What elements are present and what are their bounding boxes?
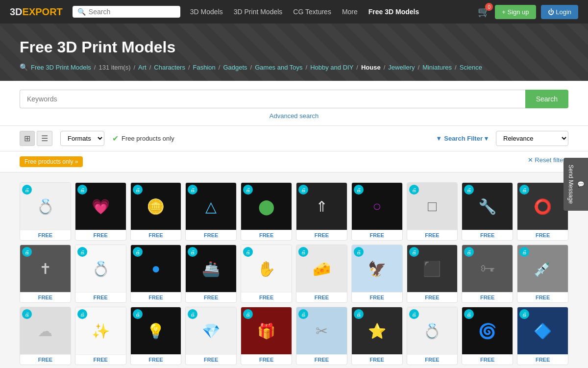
product-card[interactable]: 🖨 🚢 FREE [185,245,237,303]
product-card[interactable]: 🖨 ○ FREE [351,182,403,241]
header-search-box[interactable]: 🔍 [73,6,180,18]
product-card[interactable]: 🖨 🔧 FREE [462,182,513,241]
grid-view-button[interactable]: ⊞ [20,131,35,146]
product-card[interactable]: 🖨 ⭐ FREE [351,307,403,365]
sort-select[interactable]: Relevance Newest Price: Low to High Pric… [496,131,568,146]
product-card[interactable]: 🖨 💉 FREE [517,245,568,303]
header-right: 🛒 0 + Sign up ⏻ Login [478,5,578,19]
product-card[interactable]: 🖨 🧀 FREE [296,245,347,303]
send-message-widget[interactable]: 💬 Send Message [564,157,588,210]
print-badge: 🖨 [77,185,87,195]
product-card[interactable]: 🖨 ✂ FREE [296,307,347,365]
cat-gadgets[interactable]: Gadgets [223,64,247,71]
product-card[interactable]: 🖨 ● FREE [130,245,182,303]
product-card[interactable]: 🖨 🎁 FREE [241,307,292,365]
search-button[interactable]: Search [525,90,568,108]
item-count: 131 item(s) [98,64,130,71]
product-card[interactable]: 🖨 🔷 FREE [517,307,568,365]
product-price-label: FREE [186,292,236,302]
view-toggle: ⊞ ☰ [20,131,52,146]
product-card[interactable]: 🖨 💍 FREE [407,307,458,365]
product-card[interactable]: 🖨 △ FREE [185,182,237,241]
breadcrumb: 🔍 Free 3D Print Models / 131 item(s) / A… [20,63,568,71]
print-badge: 🖨 [354,247,364,257]
product-card[interactable]: 🖨 💡 FREE [130,307,182,365]
product-price-label: FREE [75,230,126,240]
search-filter-button[interactable]: ▼ Search Filter ▾ [436,135,488,142]
product-grid: 🖨 💍 FREE 🖨 💗 FREE 🖨 🪙 FREE 🖨 △ FREE 🖨 ⬤ … [20,182,568,365]
product-price-label: FREE [241,354,292,365]
chevron-down-icon: ▾ [485,135,488,142]
cart-badge: 0 [485,3,493,11]
cat-science[interactable]: Science [460,64,482,71]
cat-art[interactable]: Art [138,64,147,71]
product-card[interactable]: 🖨 🦅 FREE [351,245,403,303]
nav-free-3d-models[interactable]: Free 3D Models [368,8,419,16]
nav-more[interactable]: More [342,8,358,16]
product-price-label: FREE [407,354,458,365]
filter-icon: ▼ [436,135,442,142]
product-card[interactable]: 🖨 💗 FREE [75,182,126,241]
product-card[interactable]: 🖨 🗝 FREE [462,245,513,303]
advanced-search-link-container: Advanced search [20,112,568,120]
site-logo[interactable]: 3DEXPORT [10,6,63,18]
print-badge: 🖨 [22,185,32,195]
nav-3d-print-models[interactable]: 3D Print Models [234,8,283,16]
product-card[interactable]: 🖨 ⭕ FREE [517,182,568,241]
reset-filters-button[interactable]: ✕ Reset filters [528,156,568,164]
product-price-label: FREE [20,354,71,365]
print-badge: 🖨 [298,185,308,195]
product-price-label: FREE [131,354,181,365]
product-card[interactable]: 🖨 ⇑ FREE [296,182,347,241]
checkmark-icon: ✔ [112,134,119,143]
header-search-input[interactable] [89,8,175,16]
nav-3d-models[interactable]: 3D Models [190,8,223,16]
cart-button[interactable]: 🛒 0 [478,6,490,18]
keyword-search-input[interactable] [20,90,525,108]
product-card[interactable]: 🖨 ✨ FREE [75,307,126,365]
product-price-label: FREE [352,230,402,240]
send-message-label: Send Message [567,164,574,203]
cat-fashion[interactable]: Fashion [193,64,216,71]
cat-hobby-and-diy[interactable]: Hobby and DIY [310,64,353,71]
product-price-label: FREE [186,230,236,240]
product-card[interactable]: 🖨 ☁ FREE [20,307,71,365]
cat-house[interactable]: House [361,64,381,71]
product-price-label: FREE [407,230,458,240]
signup-button[interactable]: + Sign up [495,5,536,19]
search-icon: 🔍 [77,8,86,16]
advanced-search-link[interactable]: Advanced search [270,112,318,120]
print-badge: 🖨 [133,309,143,319]
format-select[interactable]: Formats [60,131,104,146]
cat-characters[interactable]: Characters [154,64,185,71]
product-price-label: FREE [352,354,402,365]
print-badge: 🖨 [22,247,32,257]
active-filter-tag[interactable]: Free products only » [20,156,83,167]
product-card[interactable]: 🖨 💍 FREE [20,182,71,241]
print-badge: 🖨 [133,247,143,257]
login-button[interactable]: ⏻ Login [541,5,578,19]
product-price-label: FREE [352,292,402,302]
product-card[interactable]: 🖨 ⬛ FREE [407,245,458,303]
toolbar: ⊞ ☰ Formats ✔ Free products only ▼ Searc… [0,126,588,151]
page-banner: Free 3D Print Models 🔍 Free 3D Print Mod… [0,24,588,81]
breadcrumb-home-link[interactable]: Free 3D Print Models [31,64,91,71]
product-card[interactable]: 🖨 💍 FREE [75,245,126,303]
cat-jewellery[interactable]: Jewellery [388,64,415,71]
product-card[interactable]: 🖨 ✝ FREE [20,245,71,303]
list-view-button[interactable]: ☰ [37,131,52,146]
product-card[interactable]: 🖨 ⬤ FREE [241,182,292,241]
cat-miniatures[interactable]: Miniatures [422,64,452,71]
product-card[interactable]: 🖨 □ FREE [407,182,458,241]
product-card[interactable]: 🖨 🌀 FREE [462,307,513,365]
product-price-label: FREE [517,292,568,302]
cat-games-and-toys[interactable]: Games and Toys [255,64,302,71]
print-badge: 🖨 [298,309,308,319]
logo-export: EXPORT [23,6,63,17]
product-card[interactable]: 🖨 🪙 FREE [130,182,182,241]
print-badge: 🖨 [409,185,419,195]
product-card[interactable]: 🖨 💎 FREE [185,307,237,365]
product-price-label: FREE [407,292,458,302]
nav-cg-textures[interactable]: CG Textures [293,8,331,16]
product-card[interactable]: 🖨 ✋ FREE [241,245,292,303]
